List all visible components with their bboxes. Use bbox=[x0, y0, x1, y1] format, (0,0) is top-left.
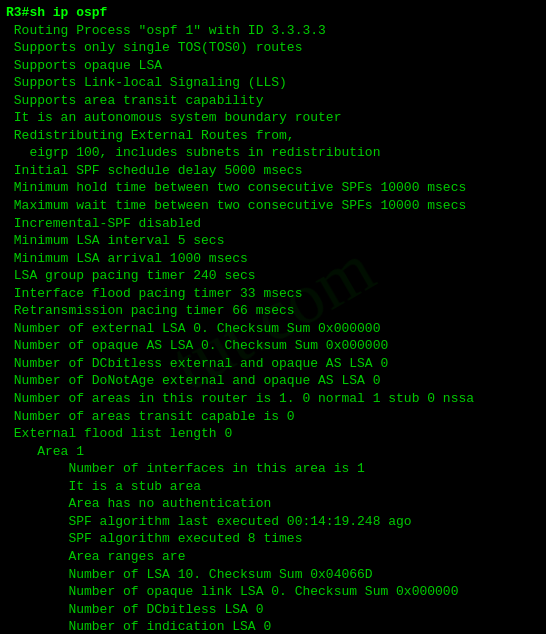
terminal-line-8: Redistributing External Routes from, bbox=[6, 127, 540, 145]
terminal-line-20: Number of opaque AS LSA 0. Checksum Sum … bbox=[6, 337, 540, 355]
terminal-output: R3#sh ip ospf Routing Process "ospf 1" w… bbox=[6, 4, 540, 634]
terminal-line-31: SPF algorithm executed 8 times bbox=[6, 530, 540, 548]
terminal-line-6: Supports area transit capability bbox=[6, 92, 540, 110]
terminal-line-5: Supports Link-local Signaling (LLS) bbox=[6, 74, 540, 92]
terminal-line-7: It is an autonomous system boundary rout… bbox=[6, 109, 540, 127]
terminal-line-32: Area ranges are bbox=[6, 548, 540, 566]
terminal-line-9: eigrp 100, includes subnets in redistrib… bbox=[6, 144, 540, 162]
terminal-line-29: Area has no authentication bbox=[6, 495, 540, 513]
terminal-line-17: Interface flood pacing timer 33 msecs bbox=[6, 285, 540, 303]
terminal-line-11: Minimum hold time between two consecutiv… bbox=[6, 179, 540, 197]
terminal-line-16: LSA group pacing timer 240 secs bbox=[6, 267, 540, 285]
terminal-line-14: Minimum LSA interval 5 secs bbox=[6, 232, 540, 250]
terminal-line-28: It is a stub area bbox=[6, 478, 540, 496]
terminal-line-4: Supports opaque LSA bbox=[6, 57, 540, 75]
terminal-line-33: Number of LSA 10. Checksum Sum 0x04066D bbox=[6, 566, 540, 584]
terminal-line-26: Area 1 bbox=[6, 443, 540, 461]
terminal-line-36: Number of indication LSA 0 bbox=[6, 618, 540, 634]
terminal-line-2: Routing Process "ospf 1" with ID 3.3.3.3 bbox=[6, 22, 540, 40]
terminal-line-21: Number of DCbitless external and opaque … bbox=[6, 355, 540, 373]
terminal-line-35: Number of DCbitless LSA 0 bbox=[6, 601, 540, 619]
terminal-line-18: Retransmission pacing timer 66 msecs bbox=[6, 302, 540, 320]
terminal-line-13: Incremental-SPF disabled bbox=[6, 215, 540, 233]
terminal-line-25: External flood list length 0 bbox=[6, 425, 540, 443]
terminal-line-24: Number of areas transit capable is 0 bbox=[6, 408, 540, 426]
terminal-line-1: R3#sh ip ospf bbox=[6, 4, 540, 22]
terminal-line-23: Number of areas in this router is 1. 0 n… bbox=[6, 390, 540, 408]
terminal-line-10: Initial SPF schedule delay 5000 msecs bbox=[6, 162, 540, 180]
terminal-line-27: Number of interfaces in this area is 1 bbox=[6, 460, 540, 478]
terminal-line-30: SPF algorithm last executed 00:14:19.248… bbox=[6, 513, 540, 531]
terminal-line-22: Number of DoNotAge external and opaque A… bbox=[6, 372, 540, 390]
terminal-line-15: Minimum LSA arrival 1000 msecs bbox=[6, 250, 540, 268]
terminal-line-19: Number of external LSA 0. Checksum Sum 0… bbox=[6, 320, 540, 338]
terminal-line-12: Maximum wait time between two consecutiv… bbox=[6, 197, 540, 215]
terminal-line-3: Supports only single TOS(TOS0) routes bbox=[6, 39, 540, 57]
terminal-line-34: Number of opaque link LSA 0. Checksum Su… bbox=[6, 583, 540, 601]
